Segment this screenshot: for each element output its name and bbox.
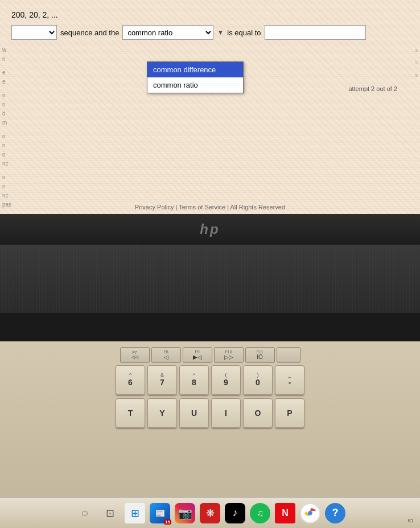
f9-key[interactable]: F9 ▶◁ <box>183 347 212 363</box>
laptop-screen: w n e e o n d m o n o nc o n nc pas le 5… <box>0 0 420 245</box>
key-0[interactable]: ) 0 <box>243 365 273 395</box>
all-rights-reserved-link[interactable]: All Rights Reserved <box>230 204 285 211</box>
key-7[interactable]: & 7 <box>147 365 177 395</box>
term-type-dropdown[interactable]: common difference common ratio <box>122 25 213 40</box>
sequence-type-dropdown[interactable]: geometric arithmetic <box>11 25 57 40</box>
io-label: IO <box>407 518 413 523</box>
f12-key[interactable] <box>277 347 300 363</box>
key-6[interactable]: ^ 6 <box>116 365 145 395</box>
keyboard: F7 ◁◁ F8 ◁ F9 ▶◁ F10 ▷▷ F11 IO <box>0 341 420 428</box>
svg-point-1 <box>308 511 312 515</box>
key-8[interactable]: * 8 <box>179 365 209 395</box>
key-o[interactable]: O <box>243 398 273 428</box>
answer-input[interactable] <box>265 25 366 40</box>
key-p[interactable]: P <box>275 398 304 428</box>
footer-policy-links[interactable]: Privacy Policy | Terms of Service | All … <box>0 204 420 211</box>
netflix-icon[interactable]: N <box>275 503 295 523</box>
dropdown-option-common-ratio[interactable]: common ratio <box>147 77 243 93</box>
windows-store-icon[interactable]: ⊞ <box>125 503 145 523</box>
sequence-and-the-label: sequence and the <box>60 28 119 37</box>
taskview-button[interactable]: ⊡ <box>100 503 120 523</box>
terms-of-service-link[interactable]: Terms of Service <box>179 204 225 211</box>
sequence-display: 200, 20, 2, ... <box>11 6 409 19</box>
privacy-policy-link[interactable]: Privacy Policy <box>135 204 174 211</box>
taskbar: ○ ⊡ ⊞ 📰 15 📷 ❋ ♪ ♫ N ? <box>0 497 420 528</box>
key-9[interactable]: ( 9 <box>211 365 241 395</box>
key-minus[interactable]: _ - <box>275 365 304 395</box>
key-u[interactable]: U <box>179 398 209 428</box>
function-key-row: F7 ◁◁ F8 ◁ F9 ▶◁ F10 ▷▷ F11 IO <box>6 347 414 363</box>
hp-logo: hp <box>200 221 220 237</box>
question-row: geometric arithmetic sequence and the co… <box>11 25 409 40</box>
ms-apps-icon[interactable]: ❋ <box>200 503 220 523</box>
key-y[interactable]: Y <box>147 398 177 428</box>
spotify-icon[interactable]: ♫ <box>250 503 270 523</box>
key-i[interactable]: I <box>211 398 241 428</box>
instagram-icon[interactable]: 📷 <box>175 503 195 523</box>
news-icon[interactable]: 📰 15 <box>150 503 170 523</box>
f10-key[interactable]: F10 ▷▷ <box>214 347 244 363</box>
speaker-grill-area <box>0 245 420 313</box>
news-badge: 15 <box>164 519 171 525</box>
dropdown-option-common-difference[interactable]: common difference <box>147 62 243 77</box>
start-button[interactable]: ○ <box>75 503 95 523</box>
laptop-bottom-bezel: hp <box>0 214 420 245</box>
f11-key[interactable]: F11 IO <box>245 347 275 363</box>
chrome-icon[interactable] <box>300 503 320 523</box>
number-key-row: ^ 6 & 7 * 8 ( 9 ) 0 _ - <box>6 365 414 395</box>
help-icon[interactable]: ? <box>325 503 345 523</box>
letter-key-row-tyuiop: T Y U I O P <box>6 398 414 428</box>
key-t[interactable]: T <box>116 398 145 428</box>
screen-content-area: 200, 20, 2, ... geometric arithmetic seq… <box>0 0 420 100</box>
tiktok-icon[interactable]: ♪ <box>225 503 245 523</box>
f7-key[interactable]: F7 ◁◁ <box>120 347 150 363</box>
dropdown-arrow-icon: ▼ <box>217 28 224 36</box>
dropdown-menu-overlay[interactable]: common difference common ratio <box>147 61 244 93</box>
f8-key[interactable]: F8 ◁ <box>151 347 181 363</box>
is-equal-to-label: is equal to <box>227 28 261 37</box>
